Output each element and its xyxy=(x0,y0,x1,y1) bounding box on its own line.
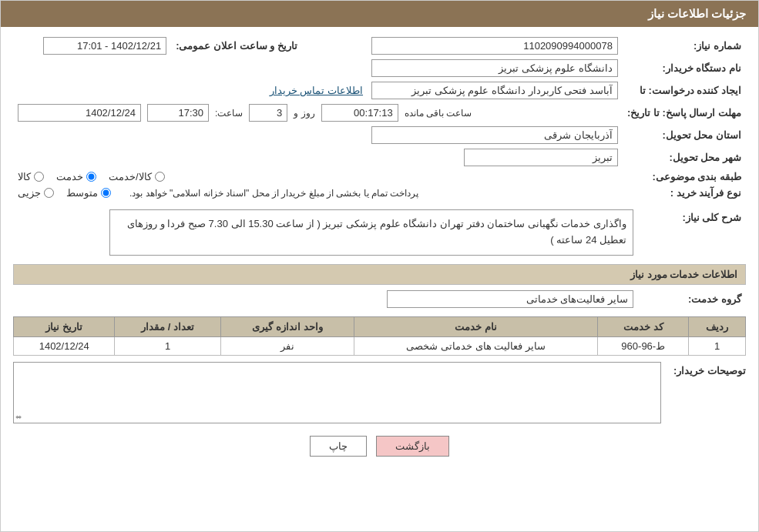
ostan-value: آذربایجان شرقی xyxy=(371,126,618,144)
tabaqe-khadamat[interactable]: خدمت xyxy=(56,171,96,182)
shomare-niaz-label: شماره نیاز: xyxy=(623,35,746,57)
tabaqe-label: طبقه بندی موضوعی: xyxy=(623,169,746,185)
noe-farayand-label: نوع فرآیند خرید : xyxy=(623,185,746,201)
baqi-mande-label: ساعت باقی مانده xyxy=(405,108,472,119)
toseih-label: توصیحات خریدار: xyxy=(669,362,746,376)
col-vahed: واحد اندازه گیری xyxy=(220,316,354,336)
timer-value: 00:17:13 xyxy=(321,104,398,122)
khadamat-header: اطلاعات خدمات مورد نیاز xyxy=(13,264,746,285)
back-button[interactable]: بازگشت xyxy=(376,436,449,457)
saet-label: ساعت: xyxy=(215,108,243,119)
tabaqe-kala[interactable]: کالا xyxy=(18,171,44,182)
roz-label: روز و xyxy=(294,108,314,119)
services-table: ردیف کد خدمت نام خدمت واحد اندازه گیری ت… xyxy=(13,316,746,356)
noe-motawaset[interactable]: متوسط xyxy=(66,187,111,199)
noe-farayand-note: پرداخت تمام یا بخشی از مبلغ خریدار از مح… xyxy=(129,188,418,199)
saet-value: 17:30 xyxy=(147,104,209,122)
nam-dastgah-label: نام دستگاه خریدار: xyxy=(623,57,746,79)
col-tarikh: تاریخ نیاز xyxy=(14,316,115,336)
tabaqe-kala-khidmat[interactable]: کالا/خدمت xyxy=(109,171,165,182)
tarikh-value: 1402/12/21 - 17:01 xyxy=(43,37,166,55)
shahr-label: شهر محل تحویل: xyxy=(623,146,746,169)
ijad-konande-label: ایجاد کننده درخواست: تا xyxy=(623,79,746,102)
roz-value: 3 xyxy=(249,104,287,122)
shahr-value: تبریز xyxy=(464,149,618,166)
buyer-notes: ⬌ xyxy=(13,362,661,423)
sharh-label: شرح کلی نیاز: xyxy=(638,207,746,258)
grohe-khadamat-label: گروه خدمت: xyxy=(638,288,746,310)
shomare-niaz-value: 1102090994000078 xyxy=(371,37,618,55)
col-radif: ردیف xyxy=(689,316,746,336)
col-tedad: تعداد / مقدار xyxy=(115,316,220,336)
resize-icon: ⬌ xyxy=(15,413,22,421)
col-kod: کد خدمت xyxy=(598,316,689,336)
page-title: جزئیات اطلاعات نیاز xyxy=(1,1,758,27)
noe-jozi[interactable]: جزیی xyxy=(18,187,54,199)
sharh-text: واگذاری خدمات نگهبانی ساختمان دفتر تهران… xyxy=(109,209,633,256)
grohe-khadamat-value: سایر فعالیت‌های خدماتی xyxy=(387,290,633,308)
tamas-khardar-link[interactable]: اطلاعات تماس خریدار xyxy=(270,85,363,96)
table-row: 1 ط-96-960 سایر فعالیت های خدماتی شخصی ن… xyxy=(14,336,746,355)
col-nam: نام خدمت xyxy=(354,316,598,336)
mohlat-label: مهلت ارسال پاسخ: تا تاریخ: xyxy=(623,102,746,124)
mohlat-date: 1402/12/24 xyxy=(18,104,141,122)
print-button[interactable]: چاپ xyxy=(310,436,367,457)
ijad-konande-value: آباسد فتحی کاربردار دانشگاه علوم پزشکی ت… xyxy=(371,82,618,99)
ostan-label: استان محل تحویل: xyxy=(623,124,746,146)
nam-dastgah-value: دانشگاه علوم پزشکی تبریز xyxy=(371,59,618,77)
tarikh-label: تاریخ و ساعت اعلان عمومی: xyxy=(171,35,302,57)
